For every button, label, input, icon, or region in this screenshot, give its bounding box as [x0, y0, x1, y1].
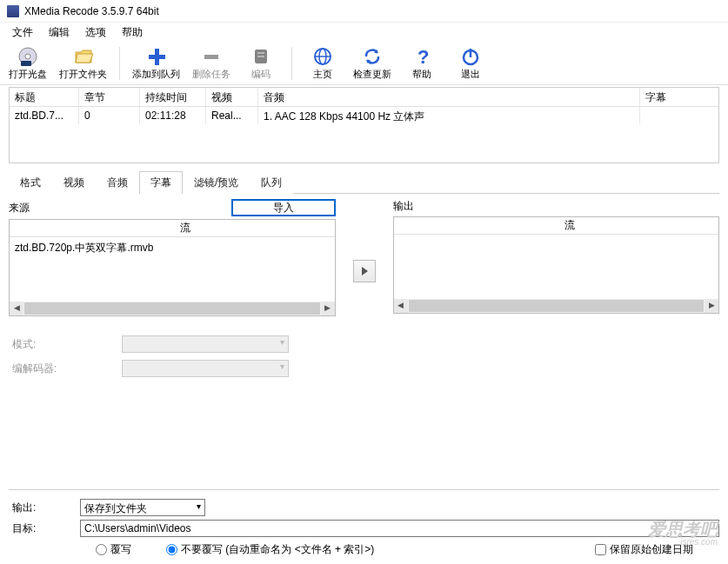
titlebar: XMedia Recode 3.5.9.7 64bit — [0, 0, 728, 23]
menubar: 文件 编辑 选项 帮助 — [0, 23, 728, 42]
grid-row[interactable]: ztd.BD.7... 0 02:11:28 Real... 1. AAC 12… — [10, 107, 718, 124]
menu-edit[interactable]: 编辑 — [42, 23, 77, 42]
tab-audio[interactable]: 音频 — [96, 171, 139, 194]
plus-icon — [146, 46, 167, 67]
cell-audio: 1. AAC 128 Kbps 44100 Hz 立体声 — [258, 107, 640, 124]
codec-label: 编解码器: — [9, 362, 122, 376]
separator — [119, 47, 120, 80]
col-subtitle[interactable]: 字幕 — [640, 88, 718, 106]
cell-duration: 02:11:28 — [140, 107, 206, 124]
encode-icon — [250, 46, 271, 67]
add-stream-button[interactable] — [353, 260, 376, 282]
target-label: 目标: — [9, 521, 80, 536]
minus-icon — [201, 46, 222, 67]
svg-rect-5 — [204, 55, 218, 59]
svg-rect-4 — [149, 55, 165, 59]
col-audio[interactable]: 音频 — [258, 88, 640, 106]
tab-subtitle[interactable]: 字幕 — [139, 171, 183, 194]
col-duration[interactable]: 持续时间 — [140, 88, 206, 106]
encode-button[interactable]: 编码 — [237, 43, 284, 83]
separator — [291, 47, 292, 80]
subtitle-panel: 来源 导入 流 ztd.BD.720p.中英双字幕.rmvb ◀▶ 输出 流 ◀… — [9, 199, 719, 381]
menu-file[interactable]: 文件 — [5, 23, 40, 42]
cell-chapter: 0 — [79, 107, 140, 124]
svg-point-1 — [25, 54, 30, 59]
keep-date-checkbox[interactable]: 保留原始创建日期 — [595, 542, 693, 557]
grid-header: 标题 章节 持续时间 视频 音频 字幕 — [10, 88, 718, 107]
cell-title: ztd.BD.7... — [10, 107, 79, 124]
refresh-icon — [362, 46, 383, 67]
menu-options[interactable]: 选项 — [78, 23, 113, 42]
globe-icon — [312, 46, 333, 67]
tab-video[interactable]: 视频 — [52, 171, 96, 194]
svg-rect-8 — [257, 56, 264, 57]
col-title[interactable]: 标题 — [10, 88, 79, 106]
remove-button[interactable]: 删除任务 — [187, 43, 236, 83]
file-grid: 标题 章节 持续时间 视频 音频 字幕 ztd.BD.7... 0 02:11:… — [9, 87, 719, 163]
overwrite-radio[interactable]: 覆写 — [96, 542, 131, 557]
folder-icon — [73, 46, 94, 67]
import-button[interactable]: 导入 — [231, 199, 336, 216]
source-box: 来源 导入 流 ztd.BD.720p.中英双字幕.rmvb ◀▶ — [9, 199, 336, 316]
open-folder-button[interactable]: 打开文件夹 — [54, 43, 112, 83]
target-path-input[interactable]: C:\Users\admin\Videos — [80, 520, 719, 537]
add-queue-button[interactable]: 添加到队列 — [127, 43, 185, 83]
bottom-panel: 输出: 保存到文件夹 目标: C:\Users\admin\Videos 覆写 … — [9, 489, 719, 557]
tab-format[interactable]: 格式 — [9, 171, 52, 194]
tab-filter[interactable]: 滤镜/预览 — [183, 171, 250, 194]
output-box: 输出 流 ◀▶ — [393, 199, 720, 314]
stream-header: 流 — [180, 221, 190, 236]
cell-video: Real... — [206, 107, 258, 124]
mode-label: 模式: — [9, 337, 122, 352]
home-button[interactable]: 主页 — [299, 43, 346, 83]
no-overwrite-radio[interactable]: 不要覆写 (自动重命名为 <文件名 + 索引>) — [166, 542, 374, 557]
power-icon — [460, 46, 481, 67]
quit-button[interactable]: 退出 — [447, 43, 494, 83]
tabs: 格式 视频 音频 字幕 滤镜/预览 队列 — [9, 170, 719, 194]
svg-text:?: ? — [417, 46, 429, 67]
output-stream-list[interactable]: 流 ◀▶ — [393, 216, 720, 314]
check-update-button[interactable]: 检查更新 — [348, 43, 397, 83]
source-label: 来源 — [9, 201, 52, 216]
mode-select[interactable] — [122, 335, 289, 353]
menu-help[interactable]: 帮助 — [115, 23, 150, 42]
subtitle-options: 模式: 编解码器: — [9, 332, 719, 381]
scrollbar[interactable]: ◀▶ — [394, 299, 719, 313]
arrow-right-icon — [360, 266, 369, 276]
svg-rect-7 — [257, 52, 264, 54]
codec-select[interactable] — [122, 360, 289, 377]
toolbar: 打开光盘 打开文件夹 添加到队列 删除任务 编码 主页 检查更新 ? 帮助 退出 — [0, 42, 728, 85]
output-mode-label: 输出: — [9, 501, 80, 515]
cell-subtitle — [640, 107, 718, 124]
disc-icon — [17, 46, 38, 67]
scrollbar[interactable]: ◀▶ — [10, 302, 335, 315]
col-chapter[interactable]: 章节 — [79, 88, 140, 106]
output-mode-select[interactable]: 保存到文件夹 — [80, 499, 205, 516]
app-icon — [7, 5, 19, 17]
window-title: XMedia Recode 3.5.9.7 64bit — [24, 5, 159, 17]
tab-queue[interactable]: 队列 — [250, 171, 293, 194]
help-icon: ? — [411, 46, 432, 67]
source-stream-item[interactable]: ztd.BD.720p.中英双字幕.rmvb — [10, 237, 335, 259]
stream-header: 流 — [564, 218, 575, 233]
svg-rect-2 — [21, 61, 31, 66]
col-video[interactable]: 视频 — [206, 88, 258, 106]
source-stream-list[interactable]: 流 ztd.BD.720p.中英双字幕.rmvb ◀▶ — [9, 219, 336, 316]
open-disc-button[interactable]: 打开光盘 — [3, 43, 52, 83]
help-button[interactable]: ? 帮助 — [398, 43, 445, 83]
output-label: 输出 — [393, 199, 414, 214]
